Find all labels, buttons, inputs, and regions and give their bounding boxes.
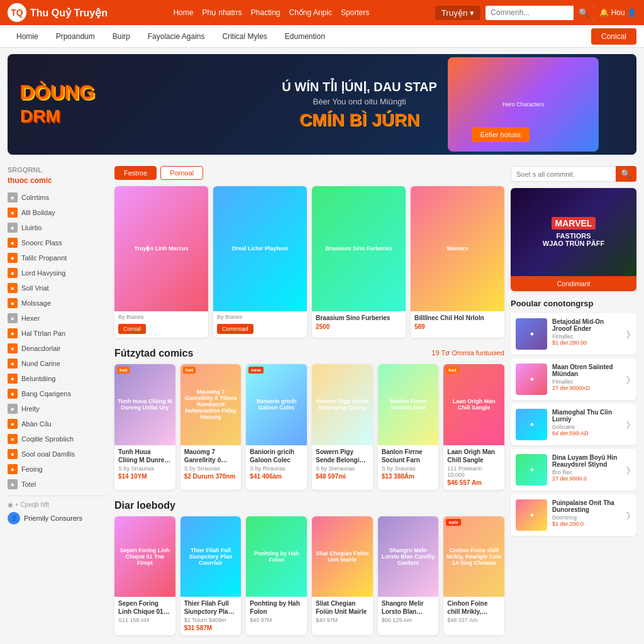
sidebar-icon: ■ [8, 479, 18, 489]
comic-info: Shangro Melir Lorsto Blan Camlliy Cardon… [378, 597, 439, 628]
sidebar-label: Hrelty [21, 405, 40, 413]
diar-comics-grid: Sepen Foring Linh Chique 01 Tne Firept S… [114, 516, 504, 636]
comic-info: Banlon Firrne Sociunt Farn S by Sraunas … [378, 445, 439, 484]
rs-search-btn[interactable]: 🔍 [616, 166, 636, 182]
sidebar-icon: ■ [8, 464, 18, 474]
comic-btn-0[interactable]: Comial [118, 324, 146, 334]
sidebar-item-nund[interactable]: ■ Nund Carine [8, 356, 108, 371]
comic-thumb: hot Tunh Huua Cliiing M Dunreg Unllai Ur… [114, 364, 175, 445]
contact-button[interactable]: Conical [591, 28, 636, 45]
subnav-edumention[interactable]: Edumention [276, 25, 334, 48]
rs-popular-item-2[interactable]: ◆ Miamoghal Thu Cïin Lurniy Dolinatre 64… [511, 404, 636, 445]
sidebar-icon: ■ [8, 313, 18, 323]
main-layout: Srgqrnl thuoc comic ■ Colrrtims ■ Alll B… [0, 161, 644, 644]
chevron-down-icon: ❯ [625, 330, 631, 338]
rs-featured-btn[interactable]: Condimant [511, 276, 636, 291]
sidebar-item-aban[interactable]: ■ Abàn Cilu [8, 416, 108, 431]
top-search-btn[interactable]: 🔍 [574, 6, 594, 20]
sidebar-label: Hexer [21, 314, 40, 322]
premium-link[interactable]: Priemily Consurers [24, 514, 82, 522]
comic-image: Dreal Licter Playleon [213, 186, 307, 311]
rs-popular-count-4: $1 der.200.0 [552, 521, 620, 527]
top-search-input[interactable] [486, 6, 574, 19]
sidebar-item-hrelty[interactable]: ■ Hrelty [8, 401, 108, 416]
sidebar-item-belunt[interactable]: ■ Beluntdiing [8, 371, 108, 386]
rs-popular-item-0[interactable]: ◆ Betajodal Mid-On Jrooof Ender Fimallec… [511, 313, 636, 355]
sidebar-user[interactable]: 👤 Priemily Consurers [8, 512, 108, 525]
subnav-home[interactable]: Homie [8, 25, 47, 48]
sidebar-item-denac[interactable]: ■ Denacdorlair [8, 341, 108, 356]
rs-popular-item-1[interactable]: ◆ Maan Otren Saiinted Miündan Fimallec 2… [511, 358, 636, 400]
chevron-down-icon: ❯ [625, 375, 631, 384]
nav-phacting[interactable]: Phacting [251, 8, 280, 17]
rs-popular-item-4[interactable]: ◆ Puinpalaise Onit Tha Dunoresting Doont… [511, 494, 636, 536]
nav-sporters[interactable]: Sporters [341, 8, 369, 17]
sidebar-item-hal[interactable]: ■ Hal Ttrlan Pan [8, 326, 108, 341]
rs-popular-info-1: Maan Otren Saiinted Miündan Fimallec 27 … [552, 364, 620, 395]
comic-image: Sliat Chegian Foiün Unit Mairle [312, 516, 373, 597]
rs-popular-thumb-0: ◆ [516, 318, 547, 350]
futzytad-view-all[interactable]: 19 Tơ Ommia funtuoied [431, 349, 504, 357]
sidebar-item-colrrtims[interactable]: ■ Colrrtims [8, 190, 108, 205]
subnav-critical[interactable]: Critical Myles [213, 25, 275, 48]
rs-popular-item-3[interactable]: ◆ Dina Luyam Boyü Hin Reauydsrel Stiynd … [511, 449, 636, 491]
sidebar-item-totel[interactable]: ■ Totel [8, 477, 108, 492]
rs-search-input[interactable] [511, 166, 616, 182]
comic-info: Cinhon Foine chill Mrikly, Pearigle Cote… [443, 597, 504, 628]
site-logo[interactable]: TQ Thu Quỷ Truyện [8, 3, 108, 22]
diar-card-1: Thier Filah Full Siunpctory Plan Courrla… [180, 516, 242, 636]
comic-author: $00 129 Am [382, 617, 435, 623]
hero-action-btn[interactable]: Eefier hotuss [472, 127, 530, 142]
user-button[interactable]: 🔔 Hou 👤 [599, 8, 636, 17]
subnav-prpoandum[interactable]: Prpoandum [47, 25, 104, 48]
comic-thumb: Sepen Foring Linh Chique 01 Tne Firept [114, 516, 175, 597]
nav-publishers[interactable]: Phụ nhatrrs [202, 8, 242, 17]
diar-card-3: Sliat Chegian Foiün Unit Mairle Sliat Ch… [312, 516, 373, 636]
sidebar-footer-text: ◉ + Cpeqb hlft [8, 501, 108, 508]
sidebar-label: Hal Ttrlan Pan [21, 330, 65, 337]
rs-featured-image: MARVEL FASTIORS WJAO TRÜN PÄFF [511, 188, 636, 276]
comic-price: 2500 [316, 323, 402, 330]
futzytad-section-title: Fútzytad comics [114, 348, 193, 359]
rs-search: 🔍 [511, 166, 636, 182]
sidebar-label: Coqitle Sprobiich [21, 435, 74, 443]
sidebar-item-lluirtio[interactable]: ■ Lluirtio [8, 220, 108, 235]
futzytad-card-5: hot Laan Origh Man Chill Sangle Laan Ori… [443, 364, 504, 490]
comic-info: Tunh Huua Cliiing M Dunreg Unllai Ury S … [114, 445, 175, 484]
sidebar-label: Molssage [21, 299, 51, 307]
subnav-buirp[interactable]: Buirp [104, 25, 139, 48]
subnav-fayolacie[interactable]: Fayolacie Agains [139, 25, 214, 48]
sidebar-active-link[interactable]: thuoc comic [8, 176, 108, 185]
sidebar-item-sool[interactable]: ■ Sool ooal Damllis [8, 447, 108, 462]
sidebar-item-bang[interactable]: ■ Bang Cqarigens [8, 386, 108, 401]
comic-btn-1[interactable]: Commoad [217, 324, 253, 334]
rs-popular-type-3: Bro lliec [552, 469, 620, 475]
tab-festroe[interactable]: Festroe [114, 166, 157, 180]
sidebar-item-snoorc[interactable]: ■ Snoorc Plass [8, 235, 108, 250]
comic-info: Billllnec Chil Hol Nrloln 589 [411, 311, 504, 334]
diar-card-2: Ponhting by Hah Folon Ponhting by Hah Fo… [246, 516, 307, 636]
sidebar-item-soll[interactable]: ■ Soll Vriat [8, 280, 108, 296]
sidebar-item-hexer[interactable]: ■ Hexer [8, 311, 108, 326]
truyen-dropdown[interactable]: Truyện ▾ [435, 6, 481, 20]
badge-sale: sale [446, 519, 461, 526]
right-sidebar: 🔍 MARVEL FASTIORS WJAO TRÜN PÄFF Condima… [511, 166, 636, 644]
nav-home[interactable]: Home [173, 8, 193, 17]
sidebar-item-coqitle[interactable]: ■ Coqitle Sprobiich [8, 431, 108, 447]
logo-icon: TQ [8, 3, 26, 22]
tab-pornoal[interactable]: Pornoal [160, 166, 203, 180]
sidebar-item-alll[interactable]: ■ Alll Boilday [8, 205, 108, 220]
comic-image: Sowern Pigy Sende Belonging Coting [312, 364, 373, 445]
sidebar-item-feoing[interactable]: ■ Feoing [8, 462, 108, 477]
futzytad-card-1: hot Mauomg 7 Ganrellrity ô Tilinra Rambo… [180, 364, 242, 490]
sidebar-item-molssage[interactable]: ■ Molssage [8, 296, 108, 311]
top-search-box: 🔍 [486, 6, 594, 20]
comic-price: 589 [414, 323, 501, 330]
sidebar: Srgqrnl thuoc comic ■ Colrrtims ■ Alll B… [8, 166, 108, 644]
sidebar-label: Beluntdiing [21, 375, 55, 382]
rs-popular-count-0: $1 der.280.00 [552, 340, 620, 346]
comic-author: By Bianes [217, 314, 303, 320]
sidebar-item-lord[interactable]: ■ Lord Havysing [8, 265, 108, 280]
nav-chong[interactable]: Chống Anpic [289, 8, 332, 17]
sidebar-item-talilc[interactable]: ■ Talilc Propannt [8, 250, 108, 265]
